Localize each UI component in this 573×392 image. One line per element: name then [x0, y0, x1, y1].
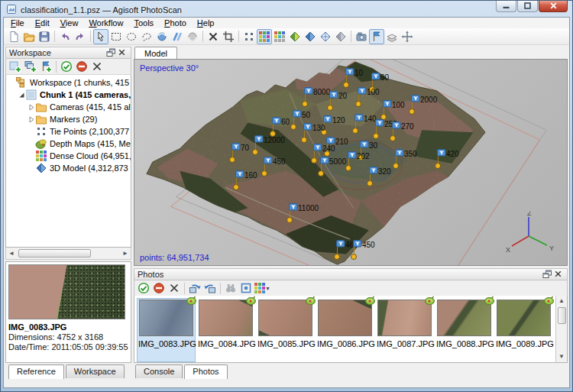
tree-expander-icon[interactable]: [18, 92, 25, 99]
remove-icon: [168, 282, 180, 294]
tree-item[interactable]: Workspace (1 chunks, 415 cameras): [6, 76, 131, 89]
menu-help[interactable]: Help: [192, 18, 220, 28]
rotate-cw-button[interactable]: [202, 280, 218, 296]
tree-expander-icon[interactable]: [28, 116, 35, 123]
scroll-down-icon[interactable]: ▼: [556, 352, 567, 362]
disable-button[interactable]: [151, 280, 167, 296]
rectangle-selection-button[interactable]: [108, 29, 124, 44]
add-chunk-button[interactable]: [8, 59, 23, 74]
tab-reference[interactable]: Reference: [8, 364, 64, 379]
photos-vscrollbar[interactable]: ▲ ▼: [555, 296, 567, 362]
model-wireframe-button[interactable]: [318, 29, 333, 44]
model-viewport[interactable]: 1090800010020200010050140120602522701301…: [134, 59, 568, 266]
vscroll-thumb[interactable]: [558, 307, 566, 324]
tab-model[interactable]: Model: [134, 47, 177, 59]
enable-button[interactable]: [136, 280, 151, 296]
hscroll-thumb[interactable]: [18, 249, 91, 258]
photo-thumbnail[interactable]: IMG_0088.JPG: [435, 298, 494, 362]
rotate-object-button[interactable]: [154, 29, 170, 44]
tie-points-view-button[interactable]: [241, 29, 257, 44]
tree-item[interactable]: Depth Maps (415, Medium quality): [6, 138, 131, 150]
show-cameras-button[interactable]: [354, 29, 369, 44]
marker-flag-icon: [371, 73, 380, 82]
menu-file[interactable]: File: [5, 18, 30, 28]
dense-cloud-classes-button[interactable]: [272, 29, 287, 44]
add-photos-button[interactable]: [23, 59, 38, 74]
freeform-selection-button[interactable]: [139, 29, 154, 44]
app-icon: [6, 4, 17, 16]
menu-tools[interactable]: Tools: [128, 18, 159, 28]
enable-button[interactable]: [59, 59, 74, 74]
left-tab-bar: ReferenceWorkspace: [5, 364, 131, 380]
remove-button[interactable]: [89, 59, 105, 74]
maximize-button[interactable]: [517, 1, 538, 12]
photo-thumbnail[interactable]: IMG_0086.JPG: [316, 298, 374, 362]
show-markers-button[interactable]: [369, 29, 384, 44]
close-panel-button[interactable]: [552, 270, 564, 280]
model-solid-button[interactable]: [303, 29, 318, 44]
add-marker-button[interactable]: [38, 59, 53, 74]
open-project-button[interactable]: [21, 29, 37, 44]
move-region-button[interactable]: [185, 29, 200, 44]
scroll-left-icon[interactable]: ◄: [6, 248, 17, 259]
selection-arrow-button[interactable]: [93, 29, 108, 44]
photo-thumbnail[interactable]: IMG_0089.JPG: [494, 298, 553, 362]
tab-workspace[interactable]: Workspace: [66, 364, 125, 378]
rotate-region-button[interactable]: [170, 29, 185, 44]
redo-button[interactable]: [73, 29, 88, 44]
disable-button[interactable]: [74, 59, 89, 74]
crop-selection-button[interactable]: [221, 29, 236, 44]
marker-label: 70: [241, 144, 249, 152]
photos-panel-header: Photos: [134, 268, 568, 280]
tree-item[interactable]: Cameras (415, 415 aligned): [6, 101, 131, 113]
undo-button[interactable]: [57, 29, 73, 44]
menu-photo[interactable]: Photo: [159, 18, 192, 28]
enable-icon: [60, 60, 73, 73]
circle-selection-button[interactable]: [124, 29, 139, 44]
delete-selection-button[interactable]: [206, 29, 221, 44]
tree-item[interactable]: Markers (29): [6, 113, 131, 125]
menu-workflow[interactable]: Workflow: [83, 18, 128, 28]
marker-point: [355, 101, 361, 107]
navigation-mode-button[interactable]: [400, 29, 415, 44]
tab-console[interactable]: Console: [135, 364, 183, 378]
rotate-ccw-button[interactable]: [187, 280, 202, 296]
photo-thumbnail[interactable]: IMG_0087.JPG: [375, 298, 434, 362]
close-panel-button[interactable]: [116, 48, 128, 58]
model-textured-button[interactable]: [333, 29, 348, 44]
photo-badge-icon: [186, 296, 197, 306]
float-panel-button[interactable]: [105, 48, 116, 58]
photo-thumbnail[interactable]: IMG_0085.JPG: [256, 298, 315, 362]
menu-view[interactable]: View: [55, 18, 84, 28]
photo-thumbnail[interactable]: IMG_0084.JPG: [196, 298, 255, 362]
remove-button[interactable]: [167, 280, 182, 296]
minimize-button[interactable]: [496, 1, 516, 12]
tree-item[interactable]: Chunk 1 (415 cameras, 29 markers): [6, 89, 131, 101]
menu-edit[interactable]: Edit: [30, 18, 55, 28]
ortho-layers-button[interactable]: [384, 29, 400, 44]
marker-label: 210: [335, 138, 348, 146]
save-project-button[interactable]: [37, 29, 52, 44]
close-button[interactable]: [539, 1, 568, 12]
scroll-up-icon[interactable]: ▲: [556, 296, 567, 306]
app-window: classification_1.1.psz — Agisoft PhotoSc…: [0, 0, 573, 392]
tree-item[interactable]: 3D Model (4,312,873 faces): [6, 162, 131, 174]
title-bar[interactable]: classification_1.1.psz — Agisoft PhotoSc…: [3, 1, 570, 17]
view-matches-button[interactable]: [223, 280, 238, 296]
marker-flag-icon: [293, 110, 302, 119]
float-panel-button[interactable]: [541, 270, 552, 280]
thumbnail-size-button[interactable]: ▾: [254, 280, 269, 296]
scroll-right-icon[interactable]: ►: [120, 248, 131, 259]
workspace-hscrollbar[interactable]: ◄ ►: [5, 248, 131, 260]
new-document-button[interactable]: [6, 29, 21, 44]
filter-photos-icon: [240, 282, 252, 294]
tree-expander-icon[interactable]: [28, 104, 35, 111]
tree-item[interactable]: Tie Points (2,100,377 points): [6, 125, 131, 138]
model-shaded-button[interactable]: [287, 29, 303, 44]
tab-photos[interactable]: Photos: [184, 364, 227, 379]
photo-badge-icon: [365, 296, 376, 306]
filter-photos-button[interactable]: [238, 280, 254, 296]
tree-item[interactable]: Dense Cloud (64,951,734 points): [6, 150, 131, 162]
photo-thumbnail[interactable]: IMG_0083.JPG: [137, 298, 196, 362]
dense-cloud-view-button[interactable]: [257, 29, 272, 44]
